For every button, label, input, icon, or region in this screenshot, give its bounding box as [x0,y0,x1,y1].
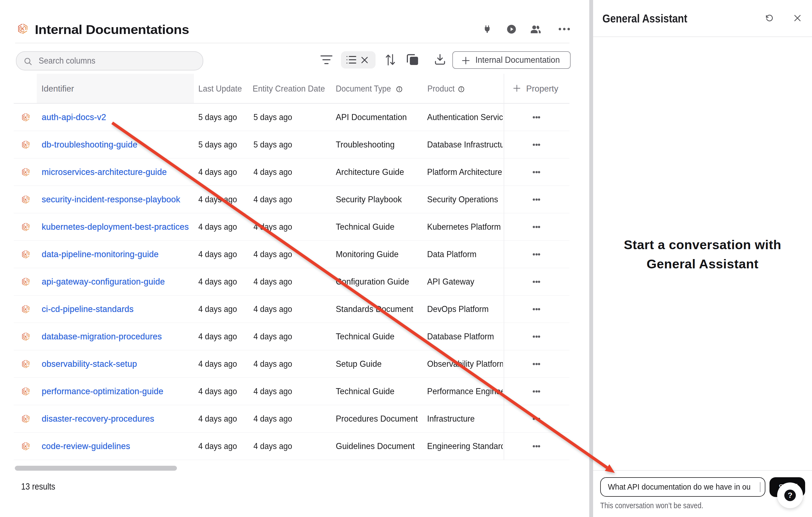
svg-text:K: K [24,197,27,202]
svg-text:K: K [24,115,27,120]
svg-text:K: K [24,417,27,421]
svg-text:K: K [24,170,27,174]
svg-text:K: K [21,26,24,32]
svg-text:K: K [24,390,27,394]
svg-text:K: K [24,280,27,284]
svg-text:K: K [24,335,27,339]
svg-text:K: K [24,362,27,366]
svg-text:K: K [24,307,27,311]
svg-text:K: K [24,252,27,256]
svg-text:K: K [24,225,27,229]
svg-text:K: K [24,444,27,449]
svg-text:K: K [24,143,27,147]
